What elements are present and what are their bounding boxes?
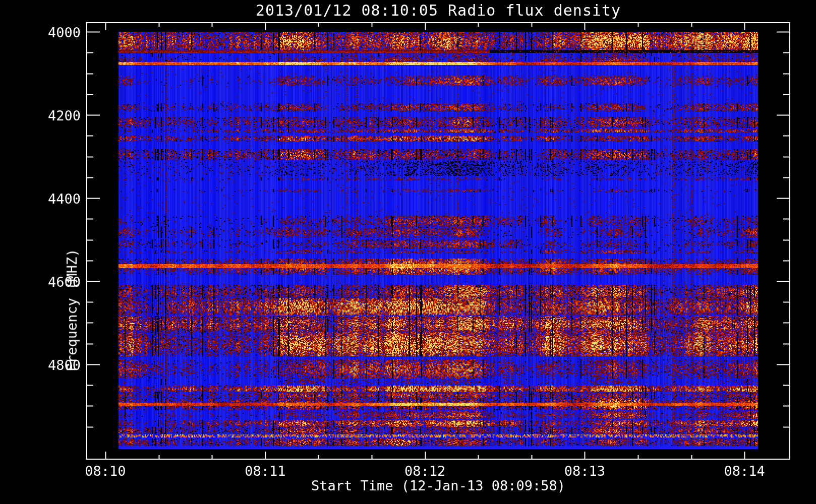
y-tick-label: 4600 — [20, 274, 81, 290]
y-tick-label: 4000 — [20, 25, 81, 40]
y-tick-label: 4200 — [20, 108, 81, 123]
x-tick-label: 08:11 — [220, 463, 311, 479]
y-axis-label: Frequency (MHZ) — [64, 249, 80, 372]
x-tick-label: 08:12 — [380, 463, 471, 479]
x-tick-label: 08:13 — [539, 463, 630, 479]
plot-title: 2013/01/12 08:10:05 Radio flux density — [87, 2, 790, 19]
x-axis-label: Start Time (12-Jan-13 08:09:58) — [87, 478, 790, 493]
spectrogram-window: { "window": { "background": "#000000" },… — [0, 0, 816, 504]
x-tick-label: 08:10 — [60, 463, 151, 479]
x-tick-label: 08:14 — [699, 463, 790, 479]
y-tick-label: 4800 — [20, 357, 81, 373]
y-tick-label: 4400 — [20, 191, 81, 207]
radio-flux-spectrogram-canvas — [0, 0, 816, 504]
